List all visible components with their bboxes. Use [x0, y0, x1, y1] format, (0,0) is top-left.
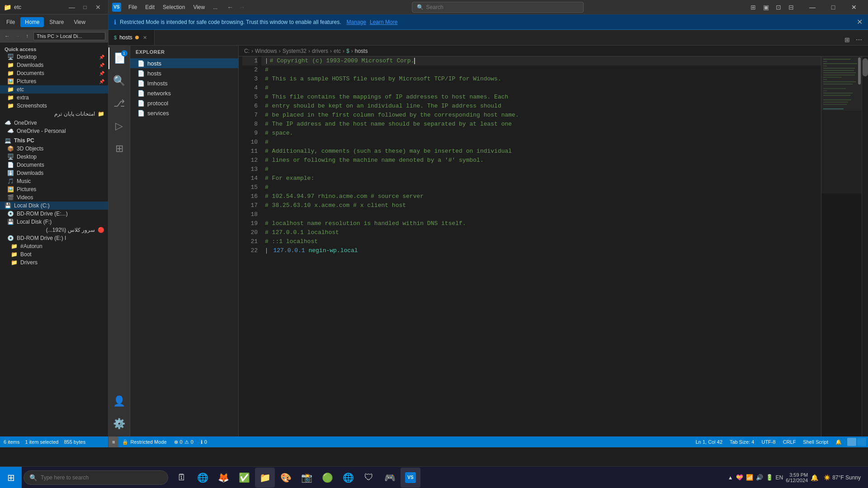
taskbar-clock[interactable]: 3:59 PM 6/12/2024 — [786, 472, 808, 483]
side-panel-file-protocol[interactable]: 📄 protocol — [130, 98, 238, 108]
sidebar-item-extra[interactable]: 📁extra — [0, 94, 108, 102]
activity-account[interactable]: 👤 — [108, 390, 130, 412]
side-panel-file-hosts2[interactable]: 📄 hosts — [130, 68, 238, 78]
explorer-close-button[interactable]: ✕ — [92, 1, 104, 14]
sidebar-item-bdrom-e2[interactable]: 💿BD-ROM Drive (E:) I — [0, 234, 108, 242]
sidebar-item-onedrive-personal[interactable]: ☁️OneDrive - Personal — [0, 127, 108, 135]
side-panel-file-networks[interactable]: 📄 networks — [130, 88, 238, 98]
explorer-back-button[interactable]: ← — [3, 32, 12, 41]
taskbar-icon-spotify[interactable]: 🟢 — [317, 468, 337, 488]
tray-wifi[interactable]: 📶 — [746, 474, 753, 481]
explorer-forward-button[interactable]: → — [13, 32, 22, 41]
status-bell[interactable]: 🔔 — [832, 436, 845, 447]
taskbar-icon-paint[interactable]: 🎨 — [276, 468, 296, 488]
sidebar-item-autorun[interactable]: 📁#Autorun — [0, 242, 108, 250]
taskbar-icon-chrome[interactable]: 🌐 — [338, 468, 358, 488]
taskbar-weather[interactable]: ☀️ 87°F Sunny — [824, 474, 868, 481]
split-editor-button[interactable]: ⊞ — [842, 34, 853, 45]
menu-view[interactable]: View — [189, 2, 208, 12]
status-errors[interactable]: ⊗ 0 ⚠ 0 — [170, 436, 197, 447]
layout-btn-3[interactable]: ⊡ — [773, 2, 784, 13]
start-button[interactable]: ⊞ — [0, 467, 22, 488]
activity-explorer[interactable]: 📄 1 — [108, 47, 130, 69]
taskbar-icon-firefox[interactable]: 🦊 — [213, 468, 233, 488]
status-restricted-mode[interactable]: 🔒 Restricted Mode — [118, 436, 170, 447]
sidebar-item-pictures[interactable]: 🖼️Pictures📌 — [0, 77, 108, 85]
menu-selection[interactable]: Selection — [159, 2, 189, 12]
vscode-back-button[interactable]: ← — [225, 2, 236, 13]
sidebar-item-local-disk-f[interactable]: 💾Local Disk (F:) — [0, 218, 108, 226]
explorer-maximize-button[interactable]: □ — [79, 1, 91, 14]
taskbar-icon-task-view[interactable]: 🗓 — [172, 468, 192, 488]
taskbar-search-input[interactable] — [41, 474, 162, 481]
status-encoding[interactable]: UTF-8 — [758, 436, 779, 447]
explorer-up-button[interactable]: ↑ — [23, 32, 32, 41]
activity-search[interactable]: 🔍 — [108, 70, 130, 92]
activity-run[interactable]: ▷ — [108, 115, 130, 137]
status-tab-size[interactable]: Tab Size: 4 — [726, 436, 758, 447]
vscode-search-bar[interactable]: 🔍 Search — [412, 2, 584, 13]
taskbar-icon-edge[interactable]: 🌐 — [193, 468, 212, 488]
breadcrumb-etc[interactable]: etc — [334, 48, 341, 54]
tray-up-arrow[interactable]: ▲ — [728, 474, 733, 481]
breadcrumb-windows[interactable]: Windows — [255, 48, 277, 54]
layout-btn-1[interactable]: ⊞ — [748, 2, 759, 13]
status-position[interactable]: Ln 1, Col 42 — [692, 436, 726, 447]
sidebar-this-pc-header[interactable]: 💻This PC — [0, 135, 108, 145]
status-info[interactable]: ℹ 0 — [197, 436, 211, 447]
sidebar-item-etc[interactable]: 📁etc — [0, 85, 108, 94]
sidebar-item-downloads-pc[interactable]: ⬇️Downloads — [0, 169, 108, 177]
taskbar-icon-shield[interactable]: 🛡 — [359, 468, 379, 488]
tray-volume[interactable]: 🔊 — [756, 474, 763, 481]
status-language[interactable]: Shell Script — [799, 436, 832, 447]
sidebar-item-bdrom-e[interactable]: 💿BD-ROM Drive (E:...) — [0, 210, 108, 218]
layout-icon-1[interactable] — [847, 438, 856, 446]
minimap-scrollbar[interactable] — [858, 57, 861, 84]
breadcrumb-hosts[interactable]: hosts — [355, 48, 368, 54]
vscode-minimize-button[interactable]: — — [802, 0, 823, 14]
sidebar-item-pictures-pc[interactable]: 🖼️Pictures — [0, 185, 108, 193]
side-panel-file-hosts-active[interactable]: 📄 hosts — [130, 58, 238, 68]
taskbar-search-bar[interactable]: 🔍 — [24, 470, 168, 485]
tab-close-button[interactable]: ✕ — [142, 34, 149, 41]
layout-btn-4[interactable]: ⊟ — [786, 2, 797, 13]
menu-edit[interactable]: Edit — [142, 2, 158, 12]
sidebar-item-screenshots[interactable]: 📁Screenshots — [0, 102, 108, 110]
sidebar-item-boot[interactable]: 📁Boot — [0, 250, 108, 258]
sidebar-item-onedrive[interactable]: ☁️OneDrive — [0, 118, 108, 127]
breadcrumb-system32[interactable]: System32 — [283, 48, 307, 54]
learn-more-link[interactable]: Learn More — [370, 19, 397, 25]
sidebar-item-videos[interactable]: 🎬Videos — [0, 193, 108, 202]
layout-btn-2[interactable]: ▣ — [760, 2, 771, 13]
breadcrumb-c[interactable]: C: — [244, 48, 250, 54]
tray-battery[interactable]: 🔋 — [766, 474, 773, 481]
ribbon-tab-file[interactable]: File — [2, 17, 19, 27]
sidebar-item-documents-pc[interactable]: 📄Documents — [0, 161, 108, 169]
menu-more[interactable]: ... — [209, 2, 221, 12]
editor-scrollbar[interactable] — [862, 56, 868, 436]
taskbar-icon-explorer[interactable]: 📁 — [255, 468, 275, 488]
explorer-minimize-button[interactable]: — — [66, 1, 78, 14]
side-panel-file-lmhosts[interactable]: 📄 lmhosts — [130, 78, 238, 88]
sidebar-item-desktop-pc[interactable]: 🖥️Desktop — [0, 153, 108, 161]
taskbar-icon-game[interactable]: 🎮 — [380, 468, 400, 488]
sidebar-item-documents[interactable]: 📁Documents📌 — [0, 69, 108, 77]
ribbon-tab-share[interactable]: Share — [45, 17, 68, 27]
activity-extensions[interactable]: ⊞ — [108, 138, 130, 160]
sidebar-item-local-disk-c[interactable]: 💾Local Disk (C:) — [0, 202, 108, 210]
breadcrumb-dollar[interactable]: $ — [346, 48, 349, 54]
ribbon-tab-home[interactable]: Home — [20, 17, 44, 27]
vscode-close-button[interactable]: ✕ — [844, 0, 864, 14]
sidebar-item-music[interactable]: 🎵Music — [0, 177, 108, 185]
activity-source-control[interactable]: ⎇ — [108, 93, 130, 114]
code-content-area[interactable]: │ # Copyright (c) 1993-2009 Microsoft Co… — [261, 56, 821, 436]
sidebar-item-network-drive[interactable]: 🔴سرور کلاس (\\192...) — [0, 226, 108, 234]
layout-icon-2[interactable] — [857, 438, 866, 446]
taskbar-icon-check[interactable]: ✅ — [234, 468, 254, 488]
sidebar-item-downloads[interactable]: 📁Downloads📌 — [0, 61, 108, 69]
side-panel-file-services[interactable]: 📄 services — [130, 108, 238, 118]
taskbar-icon-camera[interactable]: 📸 — [297, 468, 316, 488]
ribbon-tab-view[interactable]: View — [69, 17, 90, 27]
activity-settings[interactable]: ⚙️ — [108, 413, 130, 435]
menu-file[interactable]: File — [125, 2, 141, 12]
